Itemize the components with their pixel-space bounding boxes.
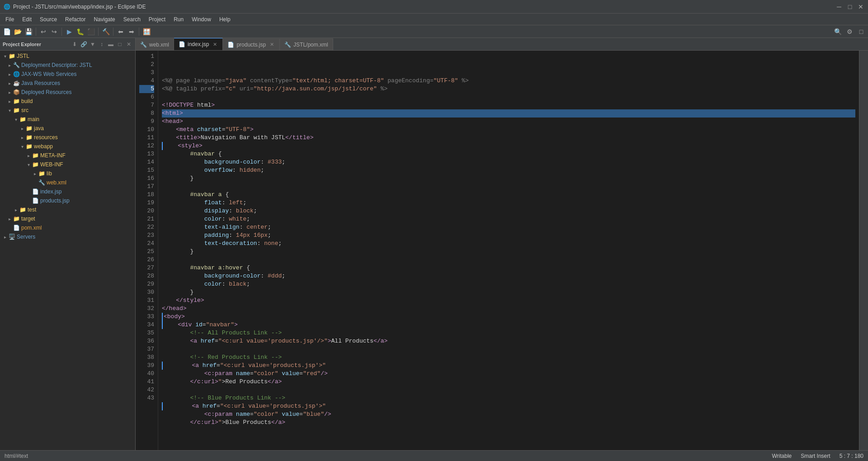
menu-search[interactable]: Search (120, 15, 144, 24)
maximize-button[interactable]: □ (846, 3, 854, 10)
filter-icon[interactable]: ▼ (89, 41, 96, 48)
close-view-icon[interactable]: ✕ (125, 41, 132, 48)
tree-item[interactable]: ▸🔧Deployment Descriptor: JSTL (0, 61, 135, 70)
tree-item[interactable]: ▸🌐JAX-WS Web Services (0, 70, 135, 79)
link-with-editor-icon[interactable]: 🔗 (80, 41, 87, 48)
tree-node-label: lib (47, 170, 52, 177)
tree-node-icon: 🖥️ (8, 233, 15, 240)
line-number: 23 (139, 231, 154, 240)
editor-tab-bar: 🔧 web.xml 📄 index.jsp ✕ 📄 products.jsp ✕… (136, 38, 868, 51)
menu-file[interactable]: File (2, 15, 18, 24)
tree-arrow-icon (25, 198, 32, 204)
code-line: <!-- Blue Products Link --> (162, 394, 855, 402)
menu-run[interactable]: Run (170, 15, 187, 24)
next-edit-button[interactable]: ➡ (127, 27, 137, 37)
tree-node-icon: 📁 (32, 152, 39, 159)
tree-item[interactable]: ▸📁test (0, 205, 135, 214)
tree-item[interactable]: ▸📁META-INF (0, 151, 135, 160)
run-button[interactable]: ▶ (64, 27, 74, 37)
code-line (162, 93, 855, 101)
code-line: <a href="<c:url value='products.jsp'>" (162, 402, 855, 410)
tree-node-label: pom.xml (21, 225, 42, 231)
undo-button[interactable]: ↩ (38, 27, 48, 37)
tree-item[interactable]: ▸📦Deployed Resources (0, 88, 135, 97)
line-number: 1 (139, 52, 154, 61)
minimize-button[interactable]: ─ (835, 3, 843, 10)
line-number: 40 (139, 370, 154, 378)
tree-node-icon: 🔧 (38, 179, 45, 186)
settings-icon[interactable]: ⚙ (844, 27, 854, 37)
tree-arrow-icon (25, 188, 32, 195)
sync-icon[interactable]: ↕ (98, 41, 105, 48)
line-numbers: 1234567891011121314151617181920212223242… (136, 51, 158, 450)
minimize-view-icon[interactable]: ▬ (107, 41, 114, 48)
tree-item[interactable]: ▾📁webapp (0, 142, 135, 151)
tab-products-jsp[interactable]: 📄 products.jsp ✕ (223, 38, 280, 50)
tab-web-xml[interactable]: 🔧 web.xml (136, 38, 174, 50)
code-line: #navbar { (162, 150, 855, 158)
new-button[interactable]: 📄 (2, 27, 12, 37)
menu-navigate[interactable]: Navigate (90, 15, 118, 24)
stop-button[interactable]: ⬛ (86, 27, 96, 37)
close-button[interactable]: ✕ (857, 3, 864, 10)
collapse-all-icon[interactable]: ⬇ (71, 41, 78, 48)
window-title: Project - JSTL/src/main/webapp/index.jsp… (13, 4, 146, 10)
menu-refactor[interactable]: Refactor (61, 15, 89, 24)
open-button[interactable]: 📂 (13, 27, 23, 37)
tree-item[interactable]: ▾📁WEB-INF (0, 160, 135, 169)
maximize-view-icon[interactable]: □ (116, 41, 123, 48)
tree-item[interactable]: ▾📁main (0, 115, 135, 124)
tab-index-jsp-close[interactable]: ✕ (212, 41, 218, 47)
project-explorer: Project Explorer ⬇ 🔗 ▼ ↕ ▬ □ ✕ ▾📁JSTL▸🔧D… (0, 38, 136, 450)
tree-item[interactable]: ▸📁target (0, 214, 135, 223)
menu-project[interactable]: Project (145, 15, 169, 24)
menu-source[interactable]: Source (36, 15, 61, 24)
web-xml-file-icon: 🔧 (140, 42, 146, 48)
tree-arrow-icon: ▾ (6, 107, 13, 113)
tab-index-jsp[interactable]: 📄 index.jsp ✕ (174, 38, 223, 50)
tree-item[interactable]: ▾📁src (0, 106, 135, 115)
pom-xml-file-icon: 🔧 (284, 42, 291, 48)
build-button[interactable]: 🔨 (101, 27, 111, 37)
tree-node-label: web.xml (47, 179, 66, 186)
menu-edit[interactable]: Edit (19, 15, 35, 24)
tree-node-label: index.jsp (40, 188, 61, 195)
line-number: 35 (139, 329, 154, 337)
code-content[interactable]: <%@ page language="java" contentType="te… (158, 51, 859, 450)
line-number: 5 (139, 85, 154, 93)
main-area: Project Explorer ⬇ 🔗 ▼ ↕ ▬ □ ✕ ▾📁JSTL▸🔧D… (0, 38, 868, 450)
search-toolbar-icon[interactable]: 🔍 (833, 27, 843, 37)
tree-item[interactable]: 📄products.jsp (0, 196, 135, 205)
tree-item[interactable]: ▸📁lib (0, 169, 135, 178)
tree-item[interactable]: 🔧web.xml (0, 178, 135, 187)
code-line: <!-- All Products Link --> (162, 329, 855, 337)
perspective-button[interactable]: 🪟 (142, 27, 151, 37)
panel-icon[interactable]: □ (856, 27, 866, 37)
line-number: 27 (139, 264, 154, 272)
tree-arrow-icon: ▸ (6, 216, 13, 222)
tree-item[interactable]: ▸📁resources (0, 133, 135, 142)
prev-edit-button[interactable]: ⬅ (116, 27, 126, 37)
redo-button[interactable]: ↪ (49, 27, 59, 37)
title-bar-controls[interactable]: ─ □ ✕ (835, 3, 864, 10)
tree-item[interactable]: ▸🖥️Servers (0, 232, 135, 241)
menu-help[interactable]: Help (216, 15, 234, 24)
tree-item[interactable]: 📄index.jsp (0, 187, 135, 196)
tree-item[interactable]: ▸📁java (0, 124, 135, 133)
tree-item[interactable]: ▸📁build (0, 97, 135, 106)
tree-node-label: JSTL (17, 53, 29, 59)
tree-arrow-icon: ▾ (13, 116, 19, 122)
tree-item[interactable]: 📄pom.xml (0, 223, 135, 232)
tree-item[interactable]: ▾📁JSTL (0, 52, 135, 61)
code-line: <%@ taglib prefix="c" uri="http://java.s… (162, 85, 855, 93)
tree-arrow-icon (6, 225, 13, 231)
save-button[interactable]: 💾 (24, 27, 33, 37)
tab-products-jsp-close[interactable]: ✕ (269, 42, 275, 48)
menu-window[interactable]: Window (188, 15, 215, 24)
status-bar: html/#text Writable Smart Insert 5 : 7 :… (0, 450, 868, 461)
debug-button[interactable]: 🐛 (75, 27, 85, 37)
tree-item[interactable]: ▸☕Java Resources (0, 79, 135, 88)
tree-node-label: target (21, 216, 35, 222)
tab-products-jsp-label: products.jsp (236, 42, 266, 48)
tab-jstl-pom-xml[interactable]: 🔧 JSTL/pom.xml (280, 38, 333, 50)
